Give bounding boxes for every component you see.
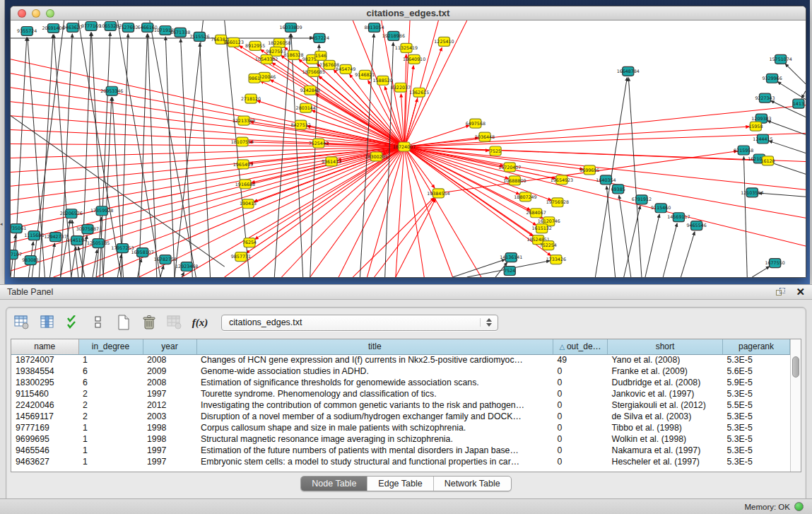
table-cell[interactable]: 9463627 — [11, 456, 78, 467]
table-cell[interactable]: 0 — [553, 366, 608, 377]
table-selector-dropdown[interactable]: citations_edges.txt — [221, 315, 498, 331]
table-row[interactable]: 911546021997Tourette syndrome. Phenomeno… — [11, 388, 790, 399]
tab-network-table[interactable]: Network Table — [433, 477, 511, 491]
graph-edge[interactable] — [801, 91, 806, 98]
graph-edge[interactable] — [619, 195, 631, 277]
table-scrollbar[interactable] — [790, 339, 801, 472]
table-cell[interactable]: 2 — [78, 388, 143, 399]
table-cell[interactable]: 5.9E-5 — [723, 377, 790, 388]
table-cell[interactable]: 6 — [78, 366, 143, 377]
table-cell[interactable]: 0 — [553, 433, 608, 445]
graph-edge[interactable] — [681, 232, 695, 277]
graph-edge-selected[interactable] — [139, 147, 404, 277]
table-cell[interactable]: Franke et al. (2009) — [608, 366, 723, 377]
table-cell[interactable]: 2 — [78, 399, 143, 411]
graph-edge[interactable] — [645, 214, 659, 277]
table-cell[interactable]: Disruption of a novel member of a sodium… — [196, 411, 553, 422]
panel-collapse-gutter[interactable]: ◂ — [0, 0, 5, 284]
graph-edge-selected[interactable] — [404, 147, 806, 247]
table-cell[interactable]: 1 — [78, 445, 143, 456]
table-cell[interactable]: 1998 — [143, 422, 196, 433]
table-cell[interactable]: 0 — [553, 377, 608, 388]
graph-edge-selected[interactable] — [404, 147, 424, 277]
table-cell[interactable]: Embryonic stem cells: a model to study s… — [196, 456, 553, 467]
graph-edge-selected[interactable] — [404, 147, 453, 277]
table-cell[interactable]: 6 — [78, 377, 143, 388]
table-cell[interactable]: 18300295 — [11, 377, 78, 388]
table-cell[interactable]: 0 — [553, 422, 608, 433]
table-cell[interactable]: 18724007 — [11, 354, 78, 366]
table-cell[interactable]: Dudbridge et al. (2008) — [608, 377, 723, 388]
table-cell[interactable]: 2003 — [143, 411, 196, 422]
table-cell[interactable]: 0 — [553, 399, 608, 411]
select-columns-icon[interactable] — [64, 314, 81, 331]
column-header-out-de-[interactable]: △ out_de… — [553, 339, 608, 354]
table-row[interactable]: 1830029562008Estimation of significance … — [11, 377, 790, 388]
graph-edge[interactable] — [274, 34, 290, 277]
table-cell[interactable]: 0 — [553, 456, 608, 467]
table-cell[interactable]: 2008 — [143, 354, 196, 366]
column-header-short[interactable]: short — [608, 339, 723, 354]
table-cell[interactable]: 5.3E-5 — [723, 445, 790, 456]
table-cell[interactable]: 5.3E-5 — [723, 354, 790, 366]
table-cell[interactable]: 5.3E-5 — [723, 422, 790, 433]
table-row[interactable]: 2242004622012Investigating the contribut… — [11, 399, 790, 411]
graph-edge[interactable] — [49, 243, 54, 277]
graph-edge[interactable] — [121, 34, 128, 277]
table-cell[interactable]: 2012 — [143, 399, 196, 411]
table-cell[interactable]: 1998 — [143, 433, 196, 445]
graph-edge[interactable] — [777, 82, 806, 100]
graph-edge-selected[interactable] — [375, 198, 435, 277]
table-cell[interactable]: 2 — [78, 411, 143, 422]
minimize-traffic-light-button[interactable] — [32, 9, 40, 18]
table-cell[interactable]: 19384554 — [11, 366, 78, 377]
table-cell[interactable]: 5.3E-5 — [723, 433, 790, 445]
table-row[interactable]: 946554611997Estimation of the future num… — [11, 445, 790, 456]
table-cell[interactable]: 5.3E-5 — [723, 456, 790, 467]
table-cell[interactable]: 1 — [78, 433, 143, 445]
tab-edge-table[interactable]: Edge Table — [367, 477, 433, 491]
table-row[interactable]: 969969511998Structural magnetic resonanc… — [11, 433, 790, 445]
table-cell[interactable]: 0 — [553, 388, 608, 399]
window-titlebar[interactable]: citations_edges.txt — [11, 6, 806, 21]
table-cell[interactable]: 0 — [553, 411, 608, 422]
table-cell[interactable]: Corpus callosum shape and size in male p… — [196, 422, 553, 433]
table-cell[interactable]: 5.3E-5 — [723, 411, 790, 422]
network-canvas[interactable]: 1872400789129551822605898275031054338281… — [11, 21, 806, 277]
delete-column-icon[interactable] — [141, 314, 158, 331]
graph-edge-selected[interactable] — [404, 105, 806, 147]
table-cell[interactable]: Stergiakouli et al. (2012) — [608, 399, 723, 411]
network-graph[interactable]: 1872400789129551822605898275031054338281… — [11, 21, 806, 277]
table-row[interactable]: 946362711997Embryonic stem cells: a mode… — [11, 456, 790, 467]
table-cell[interactable]: 5.5E-5 — [723, 399, 790, 411]
table-cell[interactable]: Hescheler et al. (1997) — [608, 456, 723, 467]
table-cell[interactable]: 9465546 — [11, 445, 78, 456]
graph-edge-selected[interactable] — [396, 147, 404, 277]
close-panel-icon[interactable]: ✕ — [796, 287, 805, 297]
column-header-title[interactable]: title — [196, 339, 553, 354]
table-cell[interactable]: 1 — [78, 456, 143, 467]
collapse-arrow-icon[interactable]: ◂ — [0, 221, 3, 226]
graph-edge-selected[interactable] — [11, 102, 404, 147]
zoom-traffic-light-button[interactable] — [46, 9, 54, 18]
column-header-year[interactable]: year — [143, 339, 196, 354]
table-row[interactable]: 977716911998Corpus callosum shape and si… — [11, 422, 790, 433]
close-traffic-light-button[interactable] — [18, 9, 26, 18]
table-cell[interactable]: 14569117 — [11, 411, 78, 422]
graph-edge[interactable] — [117, 21, 160, 277]
column-header-in-degree[interactable]: in_degree — [78, 339, 143, 354]
table-cell[interactable]: Wolkin et al. (1998) — [608, 433, 723, 445]
table-cell[interactable]: 22420046 — [11, 399, 78, 411]
column-header-name[interactable]: name — [11, 339, 78, 354]
table-cell[interactable]: Changes of HCN gene expression and I(f) … — [196, 354, 553, 366]
table-cell[interactable]: de Silva et al. (2003) — [608, 411, 723, 422]
graph-edge[interactable] — [160, 266, 164, 277]
table-cell[interactable]: Tourette syndrome. Phenomenology and cla… — [196, 388, 553, 399]
graph-edge[interactable] — [181, 39, 193, 277]
tab-node-table[interactable]: Node Table — [301, 477, 367, 491]
table-mode-icon[interactable] — [13, 314, 30, 331]
table-row[interactable]: 1938455462009Genome-wide association stu… — [11, 366, 790, 377]
graph-edge[interactable] — [752, 267, 770, 277]
table-cell[interactable]: Estimation of significance thresholds fo… — [196, 377, 553, 388]
graph-edge[interactable] — [769, 141, 806, 153]
